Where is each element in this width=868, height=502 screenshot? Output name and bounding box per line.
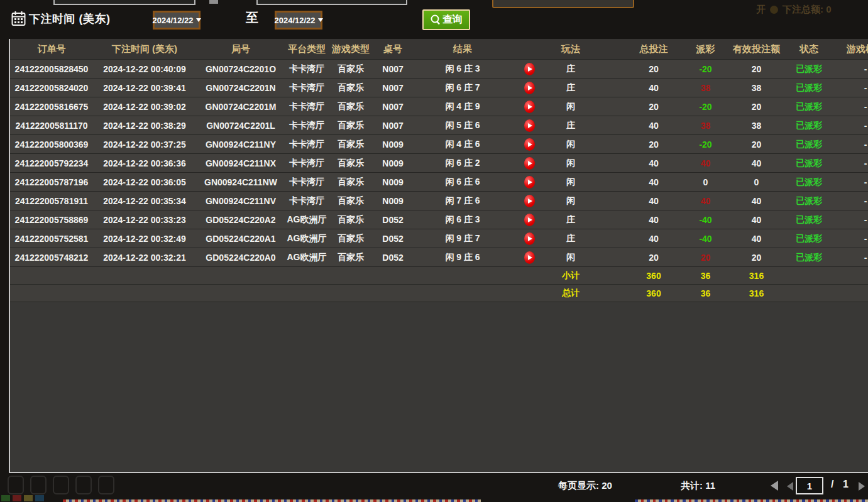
prev-page-arrow-icon[interactable] [787, 482, 793, 491]
cell-payout: 40 [685, 192, 726, 210]
replay-play-icon[interactable] [524, 176, 535, 188]
cell-payout: 38 [685, 116, 726, 134]
cell-result: 闲 4 庄 9 [412, 97, 513, 116]
cell-table-no: N007 [373, 116, 412, 134]
date-from-value: 2024/12/22 [152, 16, 193, 25]
cell-bet-time: 2024-12-22 00:37:25 [93, 135, 196, 153]
cell-valid-bet: 20 [726, 248, 787, 266]
cell-round-id: GN00924C211NX [196, 154, 285, 172]
replay-play-icon[interactable] [524, 63, 535, 75]
cell-payout: -20 [685, 135, 726, 153]
cell-bet-time: 2024-12-22 00:36:05 [93, 173, 196, 191]
cell-valid-bet: 40 [726, 192, 787, 210]
top-divider-tab [209, 0, 218, 4]
cell-play-type: 闲 [546, 192, 596, 210]
total-count-label: 共计: 11 [681, 480, 715, 492]
search-button[interactable]: 查询 [422, 9, 470, 30]
cell-replay [513, 135, 546, 153]
cell-play-type: 闲 [546, 154, 596, 172]
cell-payout: 38 [685, 79, 726, 97]
grand-total-label: 总计 [546, 285, 596, 302]
header-status: 状态 [787, 39, 831, 59]
cell-platform: AG欧洲厅 [285, 210, 328, 229]
replay-play-icon[interactable] [524, 119, 535, 132]
date-from-select[interactable]: 2024/12/22 [153, 11, 201, 30]
replay-play-icon[interactable] [524, 214, 535, 226]
cell-payout: 0 [685, 173, 726, 191]
cell-status: 已派彩 [787, 154, 831, 172]
cell-round-id: GN00724C2201N [196, 79, 285, 97]
cell-status: 已派彩 [787, 60, 831, 78]
cell-order-id: 241222005811170 [10, 116, 93, 134]
cell-total-bet: 20 [596, 60, 685, 78]
cell-total-bet: 40 [596, 210, 685, 229]
table-header-row: 订单号 下注时间 (美东) 局号 平台类型 游戏类型 桌号 结果 玩法 总投注 … [10, 39, 868, 60]
cell-round-id: GN00924C211NW [196, 173, 285, 191]
cell-order-id: 241222005781911 [10, 192, 93, 210]
cell-bet-time: 2024-12-22 00:39:41 [93, 79, 196, 97]
cell-platform: 卡卡湾厅 [285, 116, 328, 134]
replay-play-icon[interactable] [524, 157, 535, 170]
subtotal-row: 小计 360 36 316 [10, 267, 868, 285]
cell-bet-time: 2024-12-22 00:38:29 [93, 116, 196, 134]
per-page-label: 每页显示: 20 [558, 480, 612, 492]
date-to-select[interactable]: 2024/12/22 [275, 11, 322, 30]
page-number-input[interactable] [796, 477, 823, 494]
cell-table-no: N007 [373, 60, 412, 78]
cell-game-type: 百家乐 [328, 173, 373, 191]
cell-total-bet: 40 [596, 173, 685, 191]
cell-valid-bet: 40 [726, 229, 787, 248]
cell-game-type: 百家乐 [328, 192, 373, 210]
replay-play-icon[interactable] [524, 138, 535, 151]
table-row: 241222005792234 2024-12-22 00:36:36 GN00… [10, 154, 868, 173]
cell-status: 已派彩 [787, 79, 831, 97]
replay-play-icon[interactable] [524, 101, 535, 113]
header-round-id: 局号 [196, 39, 285, 59]
page-separator: / [831, 479, 833, 490]
cell-game-type: 百家乐 [328, 60, 373, 78]
top-input-cropped-2[interactable] [256, 0, 407, 5]
replay-play-icon[interactable] [524, 251, 535, 264]
cell-replay [513, 154, 546, 172]
cell-status: 已派彩 [787, 229, 831, 248]
cell-game-mode: - [831, 173, 868, 191]
cell-round-id: GN00724C2201O [196, 60, 285, 78]
cell-table-no: N009 [373, 135, 412, 153]
first-page-arrow-icon[interactable] [771, 481, 778, 491]
cell-result: 闲 6 庄 3 [412, 60, 513, 78]
replay-play-icon[interactable] [524, 195, 535, 207]
cell-total-bet: 20 [596, 97, 685, 116]
cell-valid-bet: 20 [726, 135, 787, 153]
header-table-no: 桌号 [373, 39, 412, 59]
cell-play-type: 庄 [546, 210, 596, 229]
cell-payout: -20 [685, 97, 726, 116]
dim-background-icons [8, 476, 114, 494]
replay-play-icon[interactable] [524, 232, 535, 245]
table-row: 241222005816675 2024-12-22 00:39:02 GN00… [10, 97, 868, 116]
cell-bet-time: 2024-12-22 00:32:49 [93, 229, 196, 248]
cell-replay [513, 192, 546, 210]
top-dropdown-cropped[interactable] [492, 0, 634, 8]
bet-records-table: 订单号 下注时间 (美东) 局号 平台类型 游戏类型 桌号 结果 玩法 总投注 … [9, 39, 868, 473]
cell-round-id: GD05224C220A2 [196, 210, 285, 229]
cell-payout: -20 [685, 60, 726, 78]
cell-result: 闲 5 庄 6 [412, 116, 513, 134]
cell-status: 已派彩 [787, 135, 831, 153]
cell-replay [513, 229, 546, 248]
search-button-label: 查询 [442, 13, 463, 26]
bottom-edge-strip [635, 499, 868, 502]
cell-table-no: D052 [373, 210, 412, 229]
cell-order-id: 241222005792234 [10, 154, 93, 172]
header-game-mode: 游戏模式 [831, 39, 868, 59]
subtotal-total: 360 [596, 267, 685, 284]
subtotal-label: 小计 [546, 267, 596, 284]
cell-order-id: 241222005752581 [10, 229, 93, 248]
top-input-cropped-1[interactable] [53, 0, 195, 5]
replay-play-icon[interactable] [524, 82, 535, 94]
cell-status: 已派彩 [787, 210, 831, 229]
cell-play-type: 闲 [546, 248, 596, 266]
cell-bet-time: 2024-12-22 00:33:23 [93, 210, 196, 229]
table-row: 241222005748212 2024-12-22 00:32:21 GD05… [10, 248, 868, 267]
cell-total-bet: 20 [596, 135, 685, 153]
next-page-arrow-icon[interactable] [859, 482, 865, 491]
